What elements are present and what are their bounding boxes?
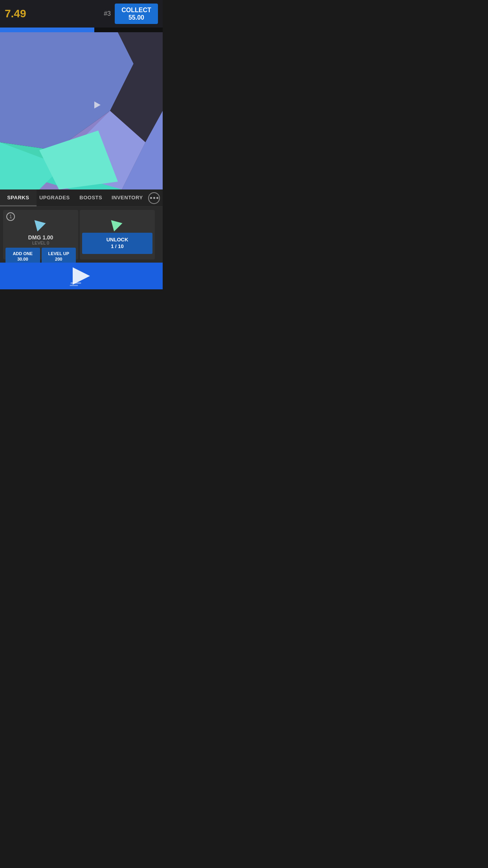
collect-button[interactable]: COLLECT 55.00	[115, 4, 158, 24]
spark-arrow-blue	[34, 217, 47, 232]
bottom-play-arrow	[70, 266, 93, 286]
spark-buttons-2: UNLOCK1 / 10	[82, 233, 152, 254]
rank-badge: #3	[104, 10, 111, 17]
tab-bar: SPARKS UPGRADES BOOSTS INVENTORY	[0, 189, 163, 207]
tab-inventory[interactable]: INVENTORY	[109, 189, 146, 206]
unlock-button[interactable]: UNLOCK1 / 10	[82, 233, 152, 254]
game-cursor-arrow	[94, 101, 101, 108]
svg-marker-10	[73, 267, 90, 285]
spark-level-1: LEVEL 0	[32, 241, 49, 245]
spark-card-1: 1 DMG 1.00 LEVEL 0 ADD ONE30.00 LEVEL UP…	[3, 210, 78, 259]
header: 7.49 #3 COLLECT 55.00	[0, 0, 163, 28]
bottom-bar[interactable]	[0, 263, 163, 289]
score-display: 7.49	[5, 7, 104, 20]
progress-bar-fill	[0, 28, 94, 32]
tab-upgrades[interactable]: UPGRADES	[37, 189, 73, 206]
level-up-button[interactable]: LEVEL UP200	[42, 248, 76, 263]
spark-name-1: DMG 1.00	[28, 234, 53, 241]
collect-label: COLLECT	[121, 6, 151, 14]
spark-card-2: UNLOCK1 / 10	[80, 210, 155, 259]
spark-number-1: 1	[6, 212, 15, 221]
tab-boosts[interactable]: BOOSTS	[73, 189, 109, 206]
tab-sparks[interactable]: SPARKS	[0, 189, 37, 206]
spark-arrow-green	[111, 217, 124, 232]
game-canvas	[0, 32, 163, 189]
spark-buttons-1: ADD ONE30.00 LEVEL UP200	[6, 248, 76, 263]
progress-bar	[0, 28, 163, 32]
collect-value: 55.00	[128, 14, 144, 21]
add-one-button[interactable]: ADD ONE30.00	[6, 248, 40, 263]
sparks-panel: 1 DMG 1.00 LEVEL 0 ADD ONE30.00 LEVEL UP…	[0, 207, 163, 263]
more-button[interactable]	[145, 189, 163, 206]
game-area[interactable]	[0, 32, 163, 189]
